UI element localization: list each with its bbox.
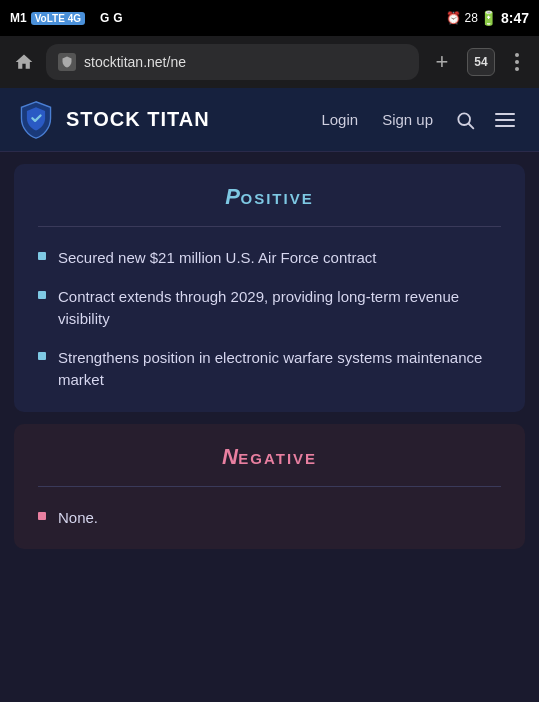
bullet-icon [38,512,46,520]
browser-menu-button[interactable] [505,50,529,74]
status-carrier: M1 VoLTE 4G G G [10,11,123,25]
positive-item-1: Secured new $21 million U.S. Air Force c… [58,247,376,270]
search-button[interactable] [447,102,483,138]
url-text: stocktitan.net/ne [84,54,407,70]
browser-actions: + 54 [427,47,529,77]
main-content: Positive Secured new $21 million U.S. Ai… [0,164,539,549]
positive-title: Positive [38,184,501,210]
list-item: Strengthens position in electronic warfa… [38,347,501,392]
negative-item-1: None. [58,507,98,530]
alarm-icon: ⏰ [446,11,461,25]
status-right: ⏰ 28 🔋 8:47 [446,10,529,26]
carrier-text: M1 [10,11,27,25]
network-badge: VoLTE 4G [31,12,85,25]
url-bar[interactable]: stocktitan.net/ne [46,44,419,80]
logo-icon [16,100,56,140]
positive-card: Positive Secured new $21 million U.S. Ai… [14,164,525,412]
bullet-icon [38,252,46,260]
nav-links: Login Sign up [311,102,523,138]
negative-card: Negative None. [14,424,525,550]
svg-line-1 [469,123,474,128]
list-item: None. [38,507,501,530]
home-button[interactable] [10,48,38,76]
positive-list: Secured new $21 million U.S. Air Force c… [38,247,501,392]
nav-bar: STOCK TITAN Login Sign up [0,88,539,152]
status-bar: M1 VoLTE 4G G G ⏰ 28 🔋 8:47 [0,0,539,36]
positive-item-2: Contract extends through 2029, providing… [58,286,501,331]
login-link[interactable]: Login [311,105,368,134]
battery-level: 28 [465,11,478,25]
g-icon-2: G [113,11,122,25]
signup-link[interactable]: Sign up [372,105,443,134]
list-item: Contract extends through 2029, providing… [38,286,501,331]
positive-title-text: P [225,184,240,209]
positive-item-3: Strengthens position in electronic warfa… [58,347,501,392]
signal-icon [91,11,94,25]
negative-title: Negative [38,444,501,470]
negative-title-text: N [222,444,238,469]
battery-icon: 🔋 [480,10,497,26]
logo-container: STOCK TITAN [16,100,210,140]
battery-indicator: 28 🔋 [465,10,497,26]
negative-divider [38,486,501,487]
logo-text: STOCK TITAN [66,108,210,131]
browser-chrome: stocktitan.net/ne + 54 [0,36,539,88]
bullet-icon [38,291,46,299]
negative-list: None. [38,507,501,530]
tabs-count-button[interactable]: 54 [467,48,495,76]
new-tab-button[interactable]: + [427,47,457,77]
g-icon-1: G [100,11,109,25]
hamburger-menu-button[interactable] [487,102,523,138]
url-security-icon [58,53,76,71]
list-item: Secured new $21 million U.S. Air Force c… [38,247,501,270]
bullet-icon [38,352,46,360]
time-display: 8:47 [501,10,529,26]
positive-divider [38,226,501,227]
